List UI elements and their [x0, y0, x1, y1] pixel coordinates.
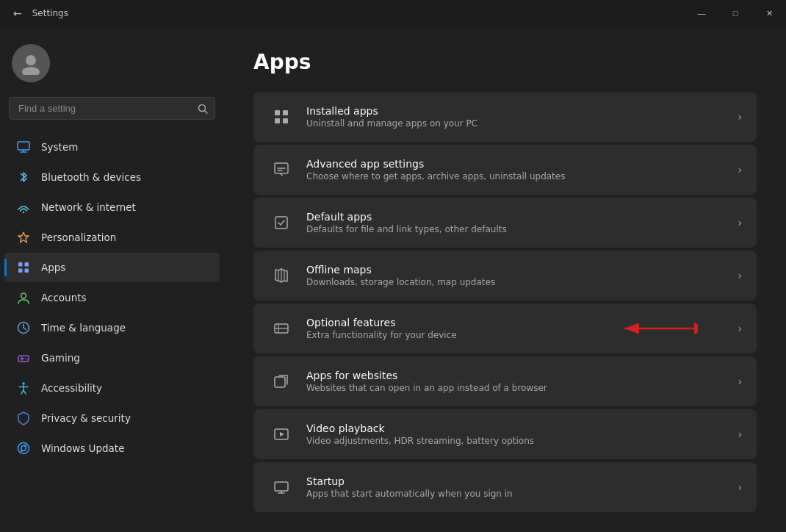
settings-item-text: Default apps Defaults for file and link … — [306, 211, 738, 234]
settings-item-title: Default apps — [306, 211, 738, 223]
svg-rect-27 — [275, 110, 280, 115]
sidebar-item-network[interactable]: Network & internet — [4, 193, 220, 222]
settings-item-optional-features[interactable]: Optional features Extra functionality fo… — [253, 303, 757, 353]
system-icon — [16, 140, 31, 154]
settings-item-title: Startup — [306, 475, 738, 487]
window-title: Settings — [32, 8, 68, 18]
accounts-icon — [16, 290, 31, 305]
sidebar-item-accounts[interactable]: Accounts — [4, 283, 220, 312]
settings-item-default-apps[interactable]: Default apps Defaults for file and link … — [253, 198, 757, 248]
page-title: Apps — [253, 50, 757, 74]
back-button[interactable]: ← — [9, 4, 26, 22]
sidebar-item-label: Network & internet — [41, 201, 136, 213]
sidebar-item-label: Personalization — [41, 231, 116, 243]
settings-item-desc: Video adjustments, HDR streaming, batter… — [306, 436, 738, 446]
gaming-icon — [16, 351, 31, 365]
update-icon — [16, 441, 31, 456]
settings-item-apps-for-websites[interactable]: Apps for websites Websites that can open… — [253, 356, 757, 406]
settings-item-desc: Downloads, storage location, map updates — [306, 277, 738, 287]
settings-item-text: Video playback Video adjustments, HDR st… — [306, 423, 738, 446]
sidebar-item-privacy[interactable]: Privacy & security — [4, 403, 220, 433]
settings-item-desc: Uninstall and manage apps on your PC — [306, 118, 738, 129]
sidebar-item-update[interactable]: Windows Update — [4, 434, 220, 463]
network-icon — [16, 200, 31, 215]
settings-item-desc: Extra functionality for your device — [306, 330, 738, 340]
bluetooth-icon — [16, 170, 31, 184]
svg-point-26 — [18, 443, 29, 454]
svg-line-25 — [24, 390, 26, 394]
settings-item-desc: Apps that start automatically when you s… — [306, 489, 738, 499]
svg-rect-9 — [25, 262, 29, 267]
chevron-right-icon: › — [738, 428, 742, 440]
settings-item-title: Offline maps — [306, 264, 738, 276]
sidebar-item-label: Apps — [41, 262, 65, 273]
avatar — [12, 44, 50, 82]
chevron-right-icon: › — [738, 111, 742, 123]
svg-rect-47 — [275, 482, 288, 491]
svg-rect-10 — [18, 269, 23, 273]
installed-apps-icon — [268, 104, 295, 130]
minimize-button[interactable]: — — [685, 0, 718, 26]
chevron-right-icon: › — [738, 270, 742, 281]
sidebar-item-label: System — [41, 141, 78, 153]
sidebar-item-label: Gaming — [41, 352, 80, 364]
svg-line-15 — [24, 328, 26, 330]
time-icon — [16, 320, 31, 335]
titlebar-left: ← Settings — [9, 4, 68, 22]
chevron-right-icon: › — [738, 481, 742, 493]
sidebar-item-bluetooth[interactable]: Bluetooth & devices — [4, 162, 220, 192]
close-button[interactable]: ✕ — [752, 0, 786, 26]
svg-rect-35 — [275, 217, 287, 229]
sidebar-item-gaming[interactable]: Gaming — [4, 343, 220, 373]
settings-item-advanced-app-settings[interactable]: Advanced app settings Choose where to ge… — [253, 145, 757, 195]
settings-list: Installed apps Uninstall and manage apps… — [253, 92, 757, 512]
titlebar: ← Settings — □ ✕ — [0, 0, 786, 26]
personalization-icon — [16, 230, 31, 245]
svg-point-21 — [22, 382, 25, 385]
privacy-icon — [16, 411, 31, 425]
content-area: System Bluetooth & devices Network & int… — [0, 26, 786, 532]
settings-item-title: Video playback — [306, 423, 738, 434]
settings-item-installed-apps[interactable]: Installed apps Uninstall and manage apps… — [253, 92, 757, 142]
sidebar-item-personalization[interactable]: Personalization — [4, 223, 220, 252]
svg-rect-30 — [283, 118, 288, 123]
settings-item-startup[interactable]: Startup Apps that start automatically wh… — [253, 462, 757, 512]
maximize-button[interactable]: □ — [718, 0, 752, 26]
sidebar-item-system[interactable]: System — [4, 132, 220, 162]
sidebar-item-accessibility[interactable]: Accessibility — [4, 373, 220, 403]
search-icon — [198, 104, 208, 114]
settings-item-offline-maps[interactable]: Offline maps Downloads, storage location… — [253, 251, 757, 301]
chevron-right-icon: › — [738, 164, 742, 176]
settings-item-title: Apps for websites — [306, 370, 738, 381]
settings-item-title: Installed apps — [306, 105, 738, 117]
accessibility-icon — [16, 381, 31, 395]
advanced-app-settings-icon — [268, 157, 295, 183]
svg-point-0 — [26, 55, 36, 65]
settings-item-video-playback[interactable]: Video playback Video adjustments, HDR st… — [253, 409, 757, 459]
sidebar-item-label: Privacy & security — [41, 412, 131, 424]
sidebar-user — [0, 35, 224, 97]
svg-rect-28 — [283, 110, 288, 115]
settings-item-text: Offline maps Downloads, storage location… — [306, 264, 738, 287]
svg-point-20 — [26, 359, 28, 361]
sidebar: System Bluetooth & devices Network & int… — [0, 26, 224, 532]
svg-line-3 — [205, 110, 208, 113]
svg-point-7 — [23, 212, 24, 213]
settings-item-desc: Websites that can open in an app instead… — [306, 383, 738, 393]
svg-point-12 — [21, 293, 26, 298]
settings-window: ← Settings — □ ✕ — [0, 0, 786, 532]
sidebar-item-label: Windows Update — [41, 442, 124, 454]
optional-features-icon — [268, 315, 295, 342]
settings-item-title: Advanced app settings — [306, 158, 738, 170]
search-input[interactable] — [9, 97, 215, 120]
svg-rect-8 — [18, 262, 23, 267]
sidebar-item-apps[interactable]: Apps — [4, 253, 220, 282]
search-box — [9, 97, 215, 120]
sidebar-item-label: Accounts — [41, 292, 87, 303]
chevron-right-icon: › — [738, 217, 742, 229]
video-playback-icon — [268, 421, 295, 447]
main-content: Apps Installed apps Uninstall and manage… — [224, 26, 786, 532]
chevron-right-icon: › — [738, 375, 742, 387]
offline-maps-icon — [268, 262, 295, 289]
sidebar-item-time[interactable]: Time & language — [4, 313, 220, 342]
